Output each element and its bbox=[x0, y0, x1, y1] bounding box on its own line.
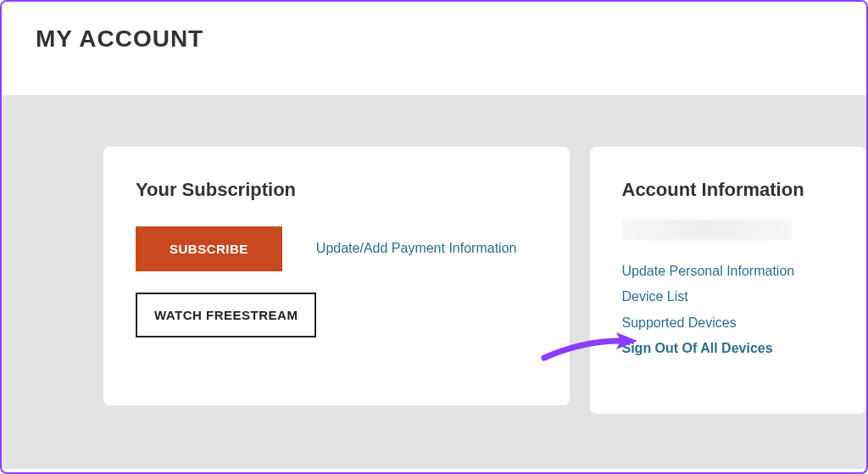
content-area: Your Subscription SUBSCRIBE Update/Add P… bbox=[2, 96, 866, 469]
subscription-title: Your Subscription bbox=[136, 179, 537, 201]
subscription-card: Your Subscription SUBSCRIBE Update/Add P… bbox=[103, 147, 570, 405]
header: MY ACCOUNT bbox=[2, 2, 866, 96]
watch-freestream-button[interactable]: WATCH FREESTREAM bbox=[136, 293, 316, 337]
subscription-row: SUBSCRIBE Update/Add Payment Information bbox=[136, 226, 537, 271]
account-email-redacted bbox=[622, 220, 792, 240]
payment-link[interactable]: Update/Add Payment Information bbox=[316, 236, 517, 261]
supported-devices-link[interactable]: Supported Devices bbox=[622, 310, 835, 336]
update-personal-link[interactable]: Update Personal Information bbox=[622, 259, 835, 284]
sign-out-all-link[interactable]: Sign Out Of All Devices bbox=[622, 336, 835, 361]
device-list-link[interactable]: Device List bbox=[622, 284, 835, 309]
account-info-card: Account Information Update Personal Info… bbox=[590, 147, 867, 414]
subscribe-button[interactable]: SUBSCRIBE bbox=[136, 226, 282, 271]
account-info-title: Account Information bbox=[622, 179, 835, 201]
page-title: MY ACCOUNT bbox=[36, 25, 832, 53]
